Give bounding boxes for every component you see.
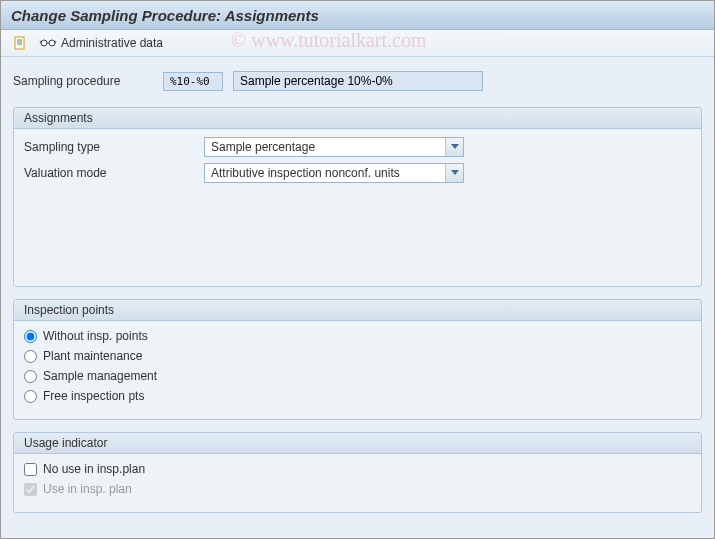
radio-input-plant[interactable] <box>24 350 37 363</box>
document-icon-button[interactable] <box>11 34 29 52</box>
toolbar: Administrative data <box>1 30 714 57</box>
valuation-mode-label: Valuation mode <box>24 166 204 180</box>
administrative-data-label: Administrative data <box>61 36 163 50</box>
glasses-icon <box>39 37 57 49</box>
radio-input-free[interactable] <box>24 390 37 403</box>
inspection-points-group-title: Inspection points <box>14 300 701 321</box>
svg-point-1 <box>41 40 47 46</box>
checkbox-input-no-use[interactable] <box>24 463 37 476</box>
usage-indicator-group-title: Usage indicator <box>14 433 701 454</box>
radio-plant-maintenance[interactable]: Plant maintenance <box>24 349 691 363</box>
sampling-type-label: Sampling type <box>24 140 204 154</box>
sampling-type-select[interactable]: Sample percentage <box>204 137 464 157</box>
radio-label-plant: Plant maintenance <box>43 349 142 363</box>
checkbox-input-use <box>24 483 37 496</box>
usage-indicator-group: Usage indicator No use in insp.plan Use … <box>13 432 702 513</box>
radio-input-sample[interactable] <box>24 370 37 383</box>
title-bar: Change Sampling Procedure: Assignments <box>1 1 714 30</box>
sampling-procedure-row: Sampling procedure %10-%0 Sample percent… <box>13 71 702 91</box>
radio-input-without[interactable] <box>24 330 37 343</box>
radio-sample-management[interactable]: Sample management <box>24 369 691 383</box>
checkbox-use-in-insp-plan: Use in insp. plan <box>24 482 691 496</box>
sampling-procedure-description[interactable]: Sample percentage 10%-0% <box>233 71 483 91</box>
checkbox-label-no-use: No use in insp.plan <box>43 462 145 476</box>
radio-label-sample: Sample management <box>43 369 157 383</box>
valuation-mode-select[interactable]: Attributive inspection nonconf. units <box>204 163 464 183</box>
assignments-group: Assignments Sampling type Sample percent… <box>13 107 702 287</box>
sampling-procedure-label: Sampling procedure <box>13 74 153 88</box>
radio-without-insp-points[interactable]: Without insp. points <box>24 329 691 343</box>
radio-label-without: Without insp. points <box>43 329 148 343</box>
valuation-mode-select-wrap: Attributive inspection nonconf. units <box>204 163 464 183</box>
document-icon <box>13 36 27 50</box>
valuation-mode-row: Valuation mode Attributive inspection no… <box>24 163 691 183</box>
sampling-type-row: Sampling type Sample percentage <box>24 137 691 157</box>
svg-point-2 <box>49 40 55 46</box>
checkbox-no-use-in-insp-plan[interactable]: No use in insp.plan <box>24 462 691 476</box>
sampling-procedure-code[interactable]: %10-%0 <box>163 72 223 91</box>
checkbox-label-use: Use in insp. plan <box>43 482 132 496</box>
administrative-data-button[interactable]: Administrative data <box>35 35 167 51</box>
content-area: Sampling procedure %10-%0 Sample percent… <box>1 57 714 539</box>
radio-free-inspection-pts[interactable]: Free inspection pts <box>24 389 691 403</box>
page-title: Change Sampling Procedure: Assignments <box>11 7 704 24</box>
inspection-points-group: Inspection points Without insp. points P… <box>13 299 702 420</box>
svg-rect-0 <box>15 37 24 49</box>
assignments-group-title: Assignments <box>14 108 701 129</box>
sampling-type-select-wrap: Sample percentage <box>204 137 464 157</box>
radio-label-free: Free inspection pts <box>43 389 144 403</box>
